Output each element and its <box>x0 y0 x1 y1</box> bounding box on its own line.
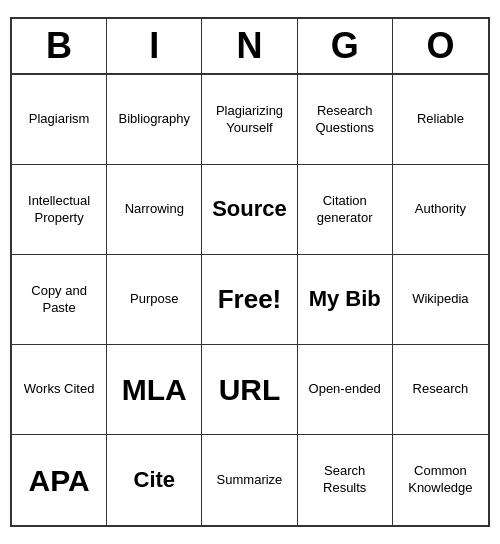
bingo-cell-22: Summarize <box>202 435 297 525</box>
bingo-cell-11: Purpose <box>107 255 202 345</box>
bingo-cell-17: URL <box>202 345 297 435</box>
bingo-cell-9: Authority <box>393 165 488 255</box>
bingo-cell-0: Plagiarism <box>12 75 107 165</box>
bingo-letter: I <box>107 19 202 73</box>
bingo-cell-16: MLA <box>107 345 202 435</box>
bingo-cell-2: Plagiarizing Yourself <box>202 75 297 165</box>
bingo-cell-24: Common Knowledge <box>393 435 488 525</box>
bingo-card: BINGO PlagiarismBibliographyPlagiarizing… <box>10 17 490 527</box>
bingo-cell-14: Wikipedia <box>393 255 488 345</box>
bingo-cell-15: Works Cited <box>12 345 107 435</box>
bingo-cell-4: Reliable <box>393 75 488 165</box>
bingo-cell-20: APA <box>12 435 107 525</box>
bingo-cell-3: Research Questions <box>298 75 393 165</box>
bingo-letter: G <box>298 19 393 73</box>
bingo-letter: O <box>393 19 488 73</box>
bingo-cell-7: Source <box>202 165 297 255</box>
bingo-cell-21: Cite <box>107 435 202 525</box>
bingo-cell-1: Bibliography <box>107 75 202 165</box>
bingo-cell-10: Copy and Paste <box>12 255 107 345</box>
bingo-cell-18: Open-ended <box>298 345 393 435</box>
bingo-cell-23: Search Results <box>298 435 393 525</box>
bingo-cell-5: Intellectual Property <box>12 165 107 255</box>
bingo-cell-8: Citation generator <box>298 165 393 255</box>
bingo-cell-12: Free! <box>202 255 297 345</box>
bingo-header: BINGO <box>12 19 488 75</box>
bingo-letter: N <box>202 19 297 73</box>
bingo-cell-13: My Bib <box>298 255 393 345</box>
bingo-cell-19: Research <box>393 345 488 435</box>
bingo-grid: PlagiarismBibliographyPlagiarizing Yours… <box>12 75 488 525</box>
bingo-letter: B <box>12 19 107 73</box>
bingo-cell-6: Narrowing <box>107 165 202 255</box>
